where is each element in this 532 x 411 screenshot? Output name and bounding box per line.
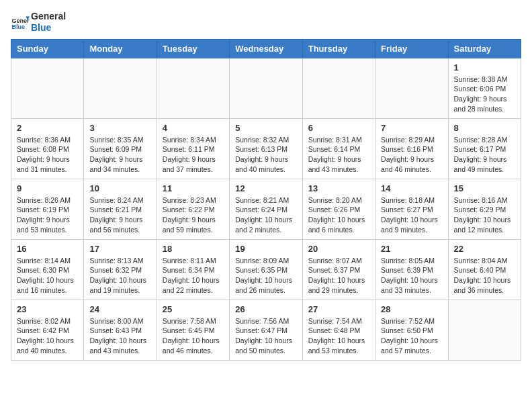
day-number: 10 <box>89 183 150 193</box>
day-info: Sunrise: 8:18 AM Sunset: 6:27 PM Dayligh… <box>381 195 442 235</box>
calendar-cell: 27Sunrise: 7:54 AM Sunset: 6:48 PM Dayli… <box>302 300 375 360</box>
calendar-week-row: 16Sunrise: 8:14 AM Sunset: 6:30 PM Dayli… <box>11 239 521 300</box>
logo-blue: Blue <box>31 22 51 33</box>
day-info: Sunrise: 8:31 AM Sunset: 6:14 PM Dayligh… <box>308 135 369 175</box>
calendar-header-saturday: Saturday <box>448 39 521 58</box>
calendar-cell: 2Sunrise: 8:36 AM Sunset: 6:08 PM Daylig… <box>11 118 84 179</box>
day-number: 1 <box>454 62 515 73</box>
day-info: Sunrise: 7:54 AM Sunset: 6:48 PM Dayligh… <box>308 316 369 356</box>
calendar-week-row: 2Sunrise: 8:36 AM Sunset: 6:08 PM Daylig… <box>11 118 521 179</box>
calendar-header-friday: Friday <box>375 39 448 58</box>
day-number: 27 <box>308 304 369 314</box>
calendar-header-sunday: Sunday <box>11 39 84 58</box>
day-number: 8 <box>454 123 515 133</box>
calendar-week-row: 1Sunrise: 8:38 AM Sunset: 6:06 PM Daylig… <box>11 58 521 118</box>
day-info: Sunrise: 8:35 AM Sunset: 6:09 PM Dayligh… <box>89 135 150 175</box>
day-number: 23 <box>17 304 78 314</box>
day-info: Sunrise: 8:36 AM Sunset: 6:08 PM Dayligh… <box>17 135 78 175</box>
day-number: 16 <box>17 244 78 254</box>
day-number: 18 <box>163 244 224 254</box>
calendar-cell <box>11 58 84 118</box>
calendar-header-thursday: Thursday <box>302 39 375 58</box>
calendar-cell: 23Sunrise: 8:02 AM Sunset: 6:42 PM Dayli… <box>11 300 84 360</box>
day-number: 24 <box>89 304 150 314</box>
day-info: Sunrise: 7:52 AM Sunset: 6:50 PM Dayligh… <box>381 316 442 356</box>
calendar-cell: 11Sunrise: 8:23 AM Sunset: 6:22 PM Dayli… <box>157 179 229 239</box>
day-number: 3 <box>89 123 150 133</box>
calendar-cell: 22Sunrise: 8:04 AM Sunset: 6:40 PM Dayli… <box>448 239 521 300</box>
day-info: Sunrise: 8:34 AM Sunset: 6:11 PM Dayligh… <box>163 135 224 175</box>
day-number: 7 <box>381 123 442 133</box>
calendar-cell: 20Sunrise: 8:07 AM Sunset: 6:37 PM Dayli… <box>302 239 375 300</box>
calendar-cell: 5Sunrise: 8:32 AM Sunset: 6:13 PM Daylig… <box>230 118 302 179</box>
day-number: 2 <box>17 123 78 133</box>
day-info: Sunrise: 8:11 AM Sunset: 6:34 PM Dayligh… <box>163 256 224 295</box>
calendar-cell: 3Sunrise: 8:35 AM Sunset: 6:09 PM Daylig… <box>84 118 157 179</box>
day-number: 28 <box>381 304 442 314</box>
calendar-cell: 18Sunrise: 8:11 AM Sunset: 6:34 PM Dayli… <box>157 239 229 300</box>
calendar-cell: 13Sunrise: 8:20 AM Sunset: 6:26 PM Dayli… <box>302 179 375 239</box>
calendar-cell: 6Sunrise: 8:31 AM Sunset: 6:14 PM Daylig… <box>302 118 375 179</box>
day-info: Sunrise: 8:26 AM Sunset: 6:19 PM Dayligh… <box>17 195 78 235</box>
calendar-cell: 28Sunrise: 7:52 AM Sunset: 6:50 PM Dayli… <box>375 300 448 360</box>
calendar-cell: 8Sunrise: 8:28 AM Sunset: 6:17 PM Daylig… <box>448 118 521 179</box>
logo-general: General <box>31 11 66 21</box>
logo-icon: General Blue <box>11 13 30 32</box>
day-info: Sunrise: 8:13 AM Sunset: 6:32 PM Dayligh… <box>89 256 150 295</box>
day-number: 20 <box>308 244 369 254</box>
day-number: 22 <box>454 244 515 254</box>
day-number: 12 <box>235 183 296 193</box>
calendar-header-monday: Monday <box>84 39 157 58</box>
calendar-cell <box>302 58 375 118</box>
day-number: 14 <box>381 183 442 193</box>
day-info: Sunrise: 8:02 AM Sunset: 6:42 PM Dayligh… <box>17 316 78 356</box>
day-number: 13 <box>308 183 369 193</box>
day-info: Sunrise: 8:16 AM Sunset: 6:29 PM Dayligh… <box>454 195 515 235</box>
day-info: Sunrise: 8:20 AM Sunset: 6:26 PM Dayligh… <box>308 195 369 235</box>
day-number: 26 <box>235 304 296 314</box>
calendar-cell: 1Sunrise: 8:38 AM Sunset: 6:06 PM Daylig… <box>448 58 521 118</box>
calendar-cell <box>375 58 448 118</box>
calendar-week-row: 23Sunrise: 8:02 AM Sunset: 6:42 PM Dayli… <box>11 300 521 360</box>
day-info: Sunrise: 8:32 AM Sunset: 6:13 PM Dayligh… <box>235 135 296 175</box>
day-number: 11 <box>163 183 224 193</box>
day-info: Sunrise: 8:21 AM Sunset: 6:24 PM Dayligh… <box>235 195 296 235</box>
calendar-cell: 21Sunrise: 8:05 AM Sunset: 6:39 PM Dayli… <box>375 239 448 300</box>
day-number: 17 <box>89 244 150 254</box>
calendar-header-tuesday: Tuesday <box>157 39 229 58</box>
day-number: 9 <box>17 183 78 193</box>
day-info: Sunrise: 7:58 AM Sunset: 6:45 PM Dayligh… <box>163 316 224 356</box>
calendar-cell <box>84 58 157 118</box>
day-number: 21 <box>381 244 442 254</box>
calendar-table: SundayMondayTuesdayWednesdayThursdayFrid… <box>11 39 521 361</box>
day-info: Sunrise: 8:05 AM Sunset: 6:39 PM Dayligh… <box>381 256 442 295</box>
day-info: Sunrise: 8:24 AM Sunset: 6:21 PM Dayligh… <box>89 195 150 235</box>
day-info: Sunrise: 8:38 AM Sunset: 6:06 PM Dayligh… <box>454 75 515 114</box>
calendar-cell: 10Sunrise: 8:24 AM Sunset: 6:21 PM Dayli… <box>84 179 157 239</box>
calendar-cell: 24Sunrise: 8:00 AM Sunset: 6:43 PM Dayli… <box>84 300 157 360</box>
day-info: Sunrise: 8:29 AM Sunset: 6:16 PM Dayligh… <box>381 135 442 175</box>
day-number: 4 <box>163 123 224 133</box>
calendar-cell: 26Sunrise: 7:56 AM Sunset: 6:47 PM Dayli… <box>230 300 302 360</box>
day-info: Sunrise: 8:00 AM Sunset: 6:43 PM Dayligh… <box>89 316 150 356</box>
calendar-cell: 19Sunrise: 8:09 AM Sunset: 6:35 PM Dayli… <box>230 239 302 300</box>
day-number: 5 <box>235 123 296 133</box>
day-number: 25 <box>163 304 224 314</box>
page-header: General Blue General Blue <box>11 11 521 34</box>
day-number: 15 <box>454 183 515 193</box>
calendar-cell <box>157 58 229 118</box>
calendar-cell: 16Sunrise: 8:14 AM Sunset: 6:30 PM Dayli… <box>11 239 84 300</box>
calendar-cell: 25Sunrise: 7:58 AM Sunset: 6:45 PM Dayli… <box>157 300 229 360</box>
calendar-cell: 15Sunrise: 8:16 AM Sunset: 6:29 PM Dayli… <box>448 179 521 239</box>
calendar-cell: 7Sunrise: 8:29 AM Sunset: 6:16 PM Daylig… <box>375 118 448 179</box>
calendar-header-row: SundayMondayTuesdayWednesdayThursdayFrid… <box>11 39 521 58</box>
calendar-cell: 14Sunrise: 8:18 AM Sunset: 6:27 PM Dayli… <box>375 179 448 239</box>
day-info: Sunrise: 7:56 AM Sunset: 6:47 PM Dayligh… <box>235 316 296 356</box>
day-number: 19 <box>235 244 296 254</box>
calendar-week-row: 9Sunrise: 8:26 AM Sunset: 6:19 PM Daylig… <box>11 179 521 239</box>
day-info: Sunrise: 8:09 AM Sunset: 6:35 PM Dayligh… <box>235 256 296 295</box>
day-info: Sunrise: 8:14 AM Sunset: 6:30 PM Dayligh… <box>17 256 78 295</box>
day-info: Sunrise: 8:04 AM Sunset: 6:40 PM Dayligh… <box>454 256 515 295</box>
logo: General Blue General Blue <box>11 11 66 34</box>
calendar-cell: 17Sunrise: 8:13 AM Sunset: 6:32 PM Dayli… <box>84 239 157 300</box>
